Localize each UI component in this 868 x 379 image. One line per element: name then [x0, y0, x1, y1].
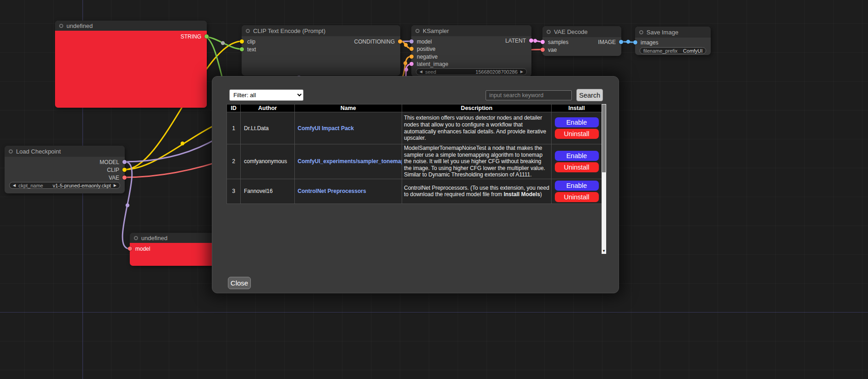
node-header[interactable]: Load Checkpoint [5, 146, 125, 157]
cell-author: comfyanonymous [241, 144, 295, 179]
table-row: 1 Dr.Lt.Data ComfyUI Impact Pack This ex… [227, 112, 602, 144]
table-header-row: ID Author Name Description Install [227, 104, 602, 112]
output-port-conditioning[interactable]: CONDITIONING [242, 38, 400, 45]
right-arrow-icon[interactable]: ▶ [114, 184, 116, 187]
output-port-vae[interactable]: VAE [5, 174, 125, 181]
cell-description: ModelSamplerTonemapNoiseTest a node that… [402, 144, 552, 179]
port-dot[interactable] [122, 168, 127, 172]
table-scrollbar[interactable]: ▼ [602, 104, 606, 254]
node-clip-text-encode[interactable]: CLIP Text Encode (Prompt) clip CONDITION… [242, 25, 400, 76]
output-port-image[interactable]: IMAGE [542, 38, 621, 46]
ckpt-name-widget[interactable]: ◀ ckpt_name v1-5-pruned-emaonly.ckpt ▶ [9, 182, 120, 189]
link-midpoint-dot [626, 40, 630, 44]
link-midpoint-dot [221, 41, 225, 45]
node-header[interactable]: KSampler [411, 25, 531, 36]
port-label: IMAGE [598, 39, 616, 45]
uninstall-button[interactable]: Uninstall [555, 192, 599, 202]
port-dot[interactable] [409, 55, 414, 59]
input-port-vae[interactable]: vae [542, 46, 621, 54]
input-port-model[interactable]: model [130, 245, 221, 253]
collapse-dot-icon[interactable] [639, 30, 643, 34]
node-undefined-bottom[interactable]: undefined model [130, 233, 221, 266]
input-port-text[interactable]: text [242, 45, 400, 53]
cell-id: 3 [227, 179, 241, 203]
search-input[interactable] [486, 90, 572, 100]
collapse-dot-icon[interactable] [59, 24, 63, 28]
search-button[interactable]: Search [576, 89, 603, 101]
port-dot[interactable] [529, 38, 533, 43]
node-title: VAE Decode [554, 28, 587, 35]
port-dot[interactable] [541, 48, 545, 52]
port-dot[interactable] [619, 40, 623, 44]
output-port-string[interactable]: STRING [55, 33, 207, 40]
port-dot[interactable] [409, 47, 414, 51]
port-label: CLIP [107, 167, 119, 173]
link-midpoint-dot [181, 142, 184, 145]
extension-link[interactable]: ComfyUI_experiments/sampler_tonemap [298, 158, 402, 165]
seed-widget[interactable]: ◀ seed 156680208700286 ▶ [416, 68, 527, 75]
col-header-description: Description [402, 104, 552, 112]
enable-button[interactable]: Enable [555, 151, 599, 161]
filter-dropdown[interactable]: Filter: all [229, 89, 304, 101]
left-arrow-icon[interactable]: ◀ [420, 70, 422, 74]
port-label: vae [548, 47, 557, 53]
port-dot[interactable] [122, 160, 127, 164]
input-port-negative[interactable]: negative [411, 53, 531, 60]
scrollbar-thumb[interactable] [602, 104, 606, 172]
cell-description: ControlNet Preprocessors. (To use this e… [402, 179, 552, 203]
node-vae-decode[interactable]: VAE Decode samples IMAGE vae [542, 26, 621, 56]
collapse-dot-icon[interactable] [415, 29, 420, 33]
left-arrow-icon[interactable]: ◀ [13, 184, 16, 187]
widget-value: 156680208700286 [475, 69, 518, 75]
output-port-clip[interactable]: CLIP [5, 166, 125, 174]
node-ksampler[interactable]: KSampler model LATENT positive negative … [411, 25, 531, 77]
port-dot[interactable] [128, 247, 132, 251]
port-dot[interactable] [409, 62, 414, 66]
link-midpoint-dot [404, 43, 408, 47]
filename-prefix-widget[interactable]: filename_prefix ComfyUI [640, 47, 706, 54]
node-header[interactable]: undefined [130, 233, 221, 243]
node-header[interactable]: Save Image [635, 27, 711, 38]
cell-install: Enable Uninstall [552, 144, 602, 179]
output-port-model[interactable]: MODEL [5, 158, 125, 166]
node-save-image[interactable]: Save Image images filename_prefix ComfyU… [635, 27, 711, 55]
right-arrow-icon[interactable]: ▶ [520, 70, 523, 74]
uninstall-button[interactable]: Uninstall [555, 129, 599, 139]
port-dot[interactable] [122, 176, 127, 180]
enable-button[interactable]: Enable [555, 117, 599, 127]
port-label: images [641, 39, 658, 46]
node-header[interactable]: CLIP Text Encode (Prompt) [242, 25, 400, 36]
port-dot[interactable] [633, 40, 637, 44]
port-dot[interactable] [240, 47, 244, 51]
extension-link[interactable]: ComfyUI Impact Pack [298, 125, 354, 132]
input-port-latent-image[interactable]: latent_image [411, 60, 531, 68]
node-header[interactable]: VAE Decode [542, 26, 621, 37]
port-dot[interactable] [205, 34, 209, 38]
uninstall-button[interactable]: Uninstall [555, 162, 599, 172]
input-port-positive[interactable]: positive [411, 45, 531, 53]
output-port-latent[interactable]: LATENT [411, 37, 531, 44]
table-row: 2 comfyanonymous ComfyUI_experiments/sam… [227, 144, 602, 179]
cell-install: Enable Uninstall [552, 112, 602, 144]
close-button[interactable]: Close [228, 277, 251, 289]
link-midpoint-dot [404, 61, 407, 65]
custom-nodes-table: ID Author Name Description Install 1 Dr.… [227, 104, 602, 204]
port-dot[interactable] [398, 39, 402, 44]
collapse-dot-icon[interactable] [246, 29, 250, 33]
node-load-checkpoint[interactable]: Load Checkpoint MODEL CLIP VAE ◀ ckpt_na… [5, 146, 125, 193]
node-title: undefined [66, 22, 93, 29]
collapse-dot-icon[interactable] [134, 236, 138, 240]
node-header[interactable]: undefined [55, 21, 207, 31]
node-undefined-top[interactable]: undefined STRING [55, 21, 207, 108]
input-port-images[interactable]: images [635, 38, 711, 46]
collapse-dot-icon[interactable] [9, 149, 13, 154]
port-label: text [247, 46, 256, 53]
widget-label: seed [425, 69, 436, 75]
collapse-dot-icon[interactable] [547, 30, 551, 34]
node-title: CLIP Text Encode (Prompt) [253, 27, 326, 34]
cell-name: ComfyUI Impact Pack [295, 112, 402, 144]
enable-button[interactable]: Enable [555, 181, 599, 191]
extension-link[interactable]: ControlNet Preprocessors [298, 188, 366, 194]
scrollbar-down-arrow-icon[interactable]: ▼ [602, 248, 606, 254]
cell-id: 2 [227, 144, 241, 179]
